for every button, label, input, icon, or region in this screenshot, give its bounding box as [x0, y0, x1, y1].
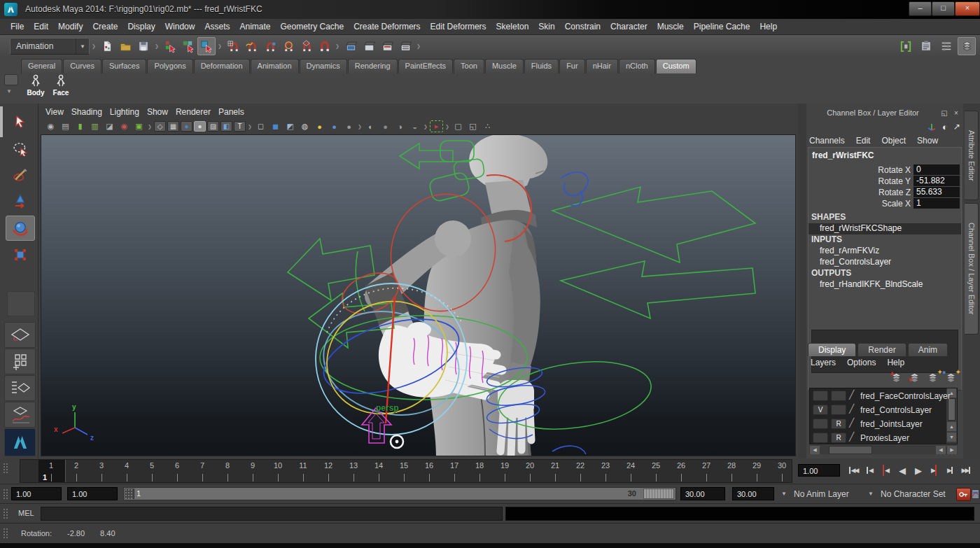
key-light-icon[interactable]: ●: [313, 120, 326, 132]
shelf-tab-general[interactable]: General: [21, 59, 62, 73]
command-input[interactable]: [41, 507, 503, 521]
selected-camera-icon[interactable]: ◉: [44, 120, 57, 132]
layer-visibility-toggle[interactable]: [813, 391, 828, 401]
menu-skin[interactable]: Skin: [533, 22, 559, 31]
menu-skeleton[interactable]: Skeleton: [491, 22, 534, 31]
select-tool[interactable]: [6, 109, 35, 134]
sidebar-toggle-icon[interactable]: [958, 37, 976, 55]
scale-tool[interactable]: [6, 242, 35, 267]
show-attribute-editor-icon[interactable]: [897, 37, 915, 55]
shelf-tab-animation[interactable]: Animation: [251, 59, 299, 73]
chevron-down-icon[interactable]: ▼: [868, 491, 874, 497]
range-end-handle[interactable]: [643, 489, 674, 499]
multisampling-icon[interactable]: ◒: [408, 120, 421, 132]
layer-tab-render[interactable]: Render: [858, 343, 906, 356]
animation-start-field[interactable]: 1.00: [11, 487, 62, 500]
play-forward-button[interactable]: ▶: [910, 463, 925, 478]
viewport-canvas[interactable]: y x z: [41, 134, 796, 456]
go-to-end-button[interactable]: ▶▶: [958, 463, 974, 478]
no-lights-icon[interactable]: ●: [342, 120, 356, 132]
attribute-label[interactable]: Rotate Z: [808, 188, 911, 197]
select-by-hierarchy-icon[interactable]: [161, 37, 179, 55]
playback-start-field[interactable]: 1.00: [67, 487, 118, 500]
menu-constrain[interactable]: Constrain: [560, 22, 606, 31]
render-settings-icon[interactable]: [396, 37, 414, 55]
flat-shade-icon[interactable]: ▦: [167, 121, 179, 132]
layer-row-fred-controlslayer[interactable]: V╱fred_ControlsLayer: [810, 403, 957, 417]
close-button[interactable]: ×: [955, 1, 980, 16]
layer-tab-display[interactable]: Display: [808, 343, 856, 356]
paint-select-tool[interactable]: [6, 162, 35, 188]
menu-edit-deformers[interactable]: Edit Deformers: [426, 22, 491, 31]
layer-row-fred-facecontrolslayer[interactable]: ╱fred_FaceControlsLayer: [810, 389, 957, 403]
shelf-tab-toon[interactable]: Toon: [454, 59, 484, 73]
snap-to-grid-icon[interactable]: [224, 37, 242, 55]
channel-node[interactable]: fred_rWristFKCShape: [808, 223, 961, 234]
shelf-tab-deformation[interactable]: Deformation: [194, 59, 250, 73]
auto-keyframe-toggle[interactable]: [956, 488, 971, 501]
shelf-tab-dynamics[interactable]: Dynamics: [300, 59, 347, 73]
textured-cube-icon[interactable]: ◩: [284, 120, 297, 132]
layer-list-horizontal-scrollbar[interactable]: ◀ ◀ ▶: [809, 445, 958, 454]
shelf-tab-muscle[interactable]: Muscle: [485, 59, 524, 73]
attribute-value-field[interactable]: 55.633: [913, 187, 960, 197]
frame-selected-icon[interactable]: ◉: [118, 120, 131, 132]
step-back-frame-button[interactable]: ◀: [862, 463, 877, 478]
render-view-icon[interactable]: [342, 37, 360, 55]
object-highlighting-icon[interactable]: ▸: [430, 120, 443, 132]
menu-window[interactable]: Window: [160, 22, 200, 31]
four-pane-layout-button[interactable]: [4, 349, 36, 374]
channel-object-name[interactable]: fred_rWristFKC: [812, 150, 874, 160]
shelf-tab-nhair[interactable]: nHair: [586, 59, 618, 73]
outliner-persp-layout-button[interactable]: [4, 375, 36, 401]
channel-mode-arrow-icon[interactable]: ↗: [953, 122, 960, 132]
menu-set-dropdown[interactable]: Animation ▼: [10, 38, 90, 55]
layer-display-type-toggle[interactable]: R: [831, 419, 846, 429]
tear-off-copy-icon[interactable]: ◱: [466, 120, 479, 132]
menu-edit[interactable]: Edit: [29, 22, 53, 31]
dock-icon[interactable]: ◱: [939, 108, 949, 118]
attribute-value-field[interactable]: -51.882: [913, 176, 960, 186]
scrollbar-thumb[interactable]: [829, 446, 872, 454]
menu-animate[interactable]: Animate: [234, 22, 275, 31]
range-start-handle[interactable]: [125, 489, 134, 499]
snap-to-curve-icon[interactable]: [242, 37, 260, 55]
layer-display-type-toggle[interactable]: [831, 391, 846, 401]
go-to-start-button[interactable]: ◀◀: [846, 463, 861, 478]
snap-to-point-icon[interactable]: [260, 37, 279, 55]
shelf-tab-surfaces[interactable]: Surfaces: [102, 59, 146, 73]
layer-name[interactable]: fred_ControlsLayer: [860, 405, 932, 415]
last-tool-slot[interactable]: [7, 291, 35, 316]
camera-attributes-icon[interactable]: ▤: [59, 120, 72, 132]
play-backward-button[interactable]: ◀: [894, 463, 909, 478]
maximize-button[interactable]: □: [932, 1, 955, 16]
lasso-tool[interactable]: [6, 136, 35, 161]
show-channel-box-icon[interactable]: [937, 37, 955, 55]
shelf-tab-fur[interactable]: Fur: [559, 59, 585, 73]
tab-attribute-editor[interactable]: Attribute Editor: [965, 111, 979, 200]
shelf-tab-painteffects[interactable]: PaintEffects: [398, 59, 454, 73]
character-set-dropdown[interactable]: No Character Set: [881, 489, 946, 499]
attribute-label[interactable]: Rotate X: [808, 165, 911, 175]
shelf-tab-rendering[interactable]: Rendering: [348, 59, 398, 73]
default-shade-icon[interactable]: ●: [194, 121, 206, 132]
new-empty-layer-icon[interactable]: ✦: [927, 372, 941, 384]
save-scene-icon[interactable]: [134, 37, 153, 55]
layer-row-fred-jointslayer[interactable]: R╱fred_JointsLayer: [810, 417, 957, 431]
current-time-field[interactable]: 1.00: [798, 464, 840, 477]
minimize-button[interactable]: –: [909, 1, 932, 16]
scroll-left-icon[interactable]: ◀: [810, 446, 820, 454]
channel-menu-edit[interactable]: Edit: [856, 136, 871, 147]
anim-layer-dropdown[interactable]: No Anim Layer: [794, 489, 849, 499]
shelf-tab-fluids[interactable]: Fluids: [524, 59, 559, 73]
attribute-label[interactable]: Scale X: [808, 199, 911, 209]
shelf-tab-curves[interactable]: Curves: [63, 59, 102, 73]
chevron-down-icon[interactable]: ▼: [781, 491, 787, 497]
make-live-icon[interactable]: [315, 37, 333, 55]
command-language-toggle[interactable]: MEL: [18, 509, 34, 517]
panel-menu-lighting[interactable]: Lighting: [110, 107, 147, 117]
step-back-key-button[interactable]: ◀: [878, 463, 893, 478]
menu-display[interactable]: Display: [122, 22, 160, 31]
use-all-lights-icon[interactable]: ◍: [298, 120, 312, 132]
new-scene-icon[interactable]: [98, 37, 116, 55]
